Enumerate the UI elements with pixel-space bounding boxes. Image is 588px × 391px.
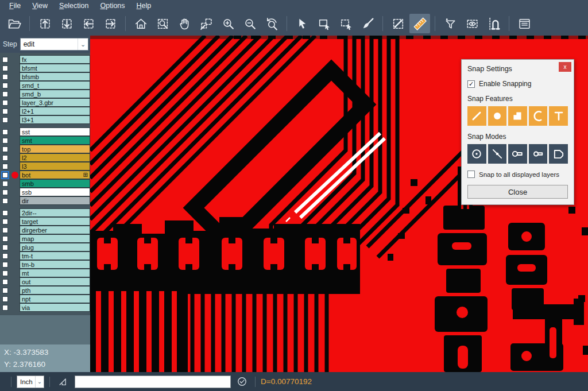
close-icon[interactable]: x xyxy=(559,62,571,72)
layer-label-via[interactable]: via xyxy=(20,303,90,312)
open-folder-button[interactable] xyxy=(4,14,25,33)
layer-visibility-checkbox[interactable] xyxy=(2,288,8,293)
feat-pad-button[interactable] xyxy=(488,106,507,126)
mode-slot-button[interactable] xyxy=(529,144,548,164)
layer-label-out[interactable]: out xyxy=(20,277,90,286)
layer-label-layer_3.gbr[interactable]: layer_3.gbr xyxy=(20,98,90,107)
close-button[interactable]: Close xyxy=(467,185,568,199)
menu-item-options[interactable]: Options xyxy=(94,0,130,11)
pan-right-button[interactable] xyxy=(100,14,121,33)
layer-label-mt[interactable]: mt xyxy=(20,269,90,277)
layer-label-smt[interactable]: smt xyxy=(20,136,90,145)
layer-label-bfsmt[interactable]: bfsmt xyxy=(20,64,90,72)
select-cursor-button[interactable] xyxy=(292,14,312,33)
layer-label-fx[interactable]: fx xyxy=(20,55,90,64)
command-input[interactable] xyxy=(75,375,231,388)
layer-visibility-checkbox[interactable] xyxy=(2,83,8,88)
layer-visibility-checkbox[interactable] xyxy=(2,296,8,302)
snap-settings-button[interactable] xyxy=(483,14,504,33)
layer-label-smb[interactable]: smb xyxy=(20,179,90,188)
mode-center-button[interactable] xyxy=(467,144,486,164)
layer-label-ssb[interactable]: ssb xyxy=(20,188,90,196)
layer-visibility-checkbox[interactable] xyxy=(2,262,8,268)
layer-visibility-checkbox[interactable] xyxy=(2,155,8,161)
layer-visibility-checkbox[interactable] xyxy=(2,210,8,216)
layer-label-smd_t[interactable]: smd_t xyxy=(20,81,90,90)
layer-label-2dir--[interactable]: 2dir-- xyxy=(20,208,90,217)
enable-snapping-checkbox[interactable]: ✓ xyxy=(467,80,475,88)
layer-visibility-checkbox[interactable] xyxy=(2,279,8,285)
layer-label-l3+1[interactable]: l3+1 xyxy=(20,115,90,124)
layer-visibility-checkbox[interactable] xyxy=(2,129,8,135)
layer-label-dir[interactable]: dir xyxy=(20,196,90,205)
pan-hand-button[interactable] xyxy=(174,14,195,33)
layer-label-top[interactable]: top xyxy=(20,145,90,153)
enable-snapping-row[interactable]: ✓ Enable Snapping xyxy=(467,80,568,88)
angle-mode-icon[interactable] xyxy=(57,376,69,388)
layer-label-sst[interactable]: sst xyxy=(20,127,90,136)
layer-label-smd_b[interactable]: smd_b xyxy=(20,90,90,98)
layer-visibility-checkbox[interactable] xyxy=(2,270,8,276)
brush-button[interactable] xyxy=(357,14,378,33)
layer-visibility-checkbox[interactable] xyxy=(2,117,8,123)
all-layers-row[interactable]: Snap to all displayed layers xyxy=(467,171,568,178)
show-options-button[interactable] xyxy=(462,14,482,33)
layer-visibility-checkbox[interactable] xyxy=(2,219,8,224)
layer-label-npt[interactable]: npt xyxy=(20,295,90,303)
apply-check-icon[interactable] xyxy=(237,376,247,387)
pan-left-button[interactable] xyxy=(78,14,99,33)
layer-visibility-checkbox[interactable] xyxy=(2,100,8,106)
layer-visibility-checkbox[interactable] xyxy=(2,146,8,152)
report-button[interactable] xyxy=(514,14,535,33)
layer-visibility-checkbox[interactable] xyxy=(2,172,8,178)
zoom-area-button[interactable] xyxy=(196,14,216,33)
menu-item-help[interactable]: Help xyxy=(131,0,157,11)
layer-label-pth[interactable]: pth xyxy=(20,286,90,295)
feat-arc-button[interactable] xyxy=(529,106,548,126)
layer-visibility-checkbox[interactable] xyxy=(2,57,8,63)
layer-visibility-checkbox[interactable] xyxy=(2,305,8,311)
layer-visibility-checkbox[interactable] xyxy=(2,109,8,114)
zoom-previous-button[interactable] xyxy=(261,14,282,33)
pan-down-button[interactable] xyxy=(56,14,77,33)
layer-label-dirgerber[interactable]: dirgerber xyxy=(20,226,90,234)
feat-surface-button[interactable] xyxy=(508,106,527,126)
layer-visibility-checkbox[interactable] xyxy=(2,138,8,144)
step-select[interactable]: edit ⌄ xyxy=(20,38,88,51)
layer-label-plug[interactable]: plug xyxy=(20,243,90,251)
snap-all-layers-checkbox[interactable] xyxy=(467,171,475,178)
filter-button[interactable] xyxy=(440,14,461,33)
zoom-in-button[interactable] xyxy=(218,14,238,33)
menu-item-view[interactable]: View xyxy=(26,0,53,11)
select-rect-button[interactable] xyxy=(314,14,334,33)
layer-visibility-checkbox[interactable] xyxy=(2,198,8,204)
pan-up-button[interactable] xyxy=(34,14,55,33)
feat-line-button[interactable] xyxy=(467,106,486,126)
layer-visibility-checkbox[interactable] xyxy=(2,91,8,97)
layer-visibility-checkbox[interactable] xyxy=(2,227,8,233)
grid-icon[interactable]: ⊞ xyxy=(83,172,88,178)
layer-label-tm-t[interactable]: tm-t xyxy=(20,251,90,260)
layer-visibility-checkbox[interactable] xyxy=(2,236,8,242)
layer-label-target[interactable]: target xyxy=(20,217,90,226)
mode-corner-button[interactable] xyxy=(549,144,568,164)
layer-label-l2[interactable]: l2 xyxy=(20,153,90,162)
layer-label-tm-b[interactable]: tm-b xyxy=(20,260,90,269)
layer-label-bfsmb[interactable]: bfsmb xyxy=(20,72,90,81)
layer-label-l3[interactable]: l3 xyxy=(20,162,90,171)
layer-label-bot[interactable]: bot⊞ xyxy=(20,171,90,179)
zoom-out-button[interactable] xyxy=(239,14,260,33)
menu-item-file[interactable]: File xyxy=(3,0,26,11)
layer-visibility-checkbox[interactable] xyxy=(2,189,8,195)
layer-visibility-checkbox[interactable] xyxy=(2,245,8,250)
menu-item-selection[interactable]: Selection xyxy=(53,0,94,11)
home-button[interactable] xyxy=(130,14,151,33)
layer-label-l2+1[interactable]: l2+1 xyxy=(20,107,90,115)
layer-visibility-checkbox[interactable] xyxy=(2,253,8,259)
layer-visibility-checkbox[interactable] xyxy=(2,181,8,187)
layer-visibility-checkbox[interactable] xyxy=(2,65,8,71)
layer-label-map[interactable]: map xyxy=(20,234,90,243)
ruler-button[interactable] xyxy=(409,14,430,33)
select-group-button[interactable] xyxy=(335,14,356,33)
mode-slot-end-button[interactable] xyxy=(508,144,527,164)
